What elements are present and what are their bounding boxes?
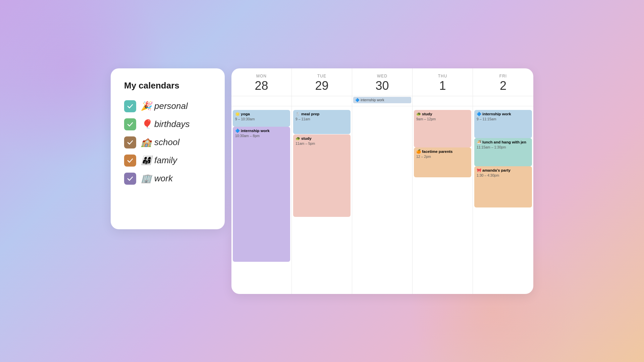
event-lunch-emoji: 🍜	[477, 140, 481, 144]
work-emoji: 🏢	[141, 173, 152, 184]
day-column-tue: 🍴 meal prep 9 – 11am 🐢 study 11am – 5pm	[292, 106, 352, 294]
birthdays-emoji: 🎈	[141, 119, 152, 129]
event-meal-prep[interactable]: 🍴 meal prep 9 – 11am	[293, 110, 351, 134]
event-study-tue-emoji: 🐢	[296, 136, 300, 141]
calendar-item-work[interactable]: 🏢 work	[124, 173, 211, 185]
checkbox-personal[interactable]	[124, 100, 136, 112]
event-lunch-jen[interactable]: 🍜 lunch and hang with jen 11:15am – 1:30…	[474, 138, 532, 166]
calendar-item-school[interactable]: 🏫 school	[124, 136, 211, 148]
allday-cell-thu	[413, 96, 473, 106]
day-header-tue: TUE 29	[292, 68, 352, 96]
calendar-item-personal[interactable]: 🎉 personal	[124, 100, 211, 112]
event-facetime[interactable]: 🍊 facetime parents 12 – 2pm	[414, 147, 471, 178]
calendar-label-work: 🏢 work	[141, 173, 173, 184]
event-study-thu-emoji: 🐢	[416, 112, 421, 116]
day-header-mon: MON 28	[231, 68, 292, 96]
calendar-header: MON 28 TUE 29 WED 30 THU 1 FRI 2	[231, 68, 533, 96]
day-header-wed: WED 30	[352, 68, 413, 96]
checkbox-family[interactable]	[124, 155, 136, 167]
checkbox-work[interactable]	[124, 173, 136, 185]
day-header-fri: FRI 2	[473, 68, 533, 96]
event-study-tue[interactable]: 🐢 study 11am – 5pm	[293, 134, 351, 217]
event-party-emoji: 🎀	[477, 168, 481, 173]
checkbox-school[interactable]	[124, 136, 136, 148]
calendar-item-birthdays[interactable]: 🎈 birthdays	[124, 118, 211, 130]
allday-cell-fri	[473, 96, 533, 106]
allday-event-internship[interactable]: 🔷 internship work	[353, 97, 411, 103]
event-study-thu[interactable]: 🐢 study 9am – 12pm	[414, 110, 471, 147]
calendar-label-family: 👨‍👩‍👧 family	[141, 155, 177, 166]
sidebar-title: My calendars	[124, 80, 211, 91]
event-yoga-emoji: 🌟	[235, 112, 240, 116]
day-column-fri: 🔷 internship work 9 – 11:15am 🍜 lunch an…	[473, 106, 533, 294]
personal-emoji: 🎉	[141, 101, 152, 111]
calendar-label-school: 🏫 school	[141, 137, 179, 147]
school-emoji: 🏫	[141, 137, 152, 147]
allday-event-emoji: 🔷	[355, 98, 360, 102]
day-column-wed	[352, 106, 413, 294]
day-column-thu: 🐢 study 9am – 12pm 🍊 facetime parents 12…	[413, 106, 473, 294]
sidebar: My calendars 🎉 personal 🎈 birthda	[111, 68, 225, 229]
event-amandas-party[interactable]: 🎀 amanda's party 1:30 – 4:30pm	[474, 166, 532, 207]
calendar-list: 🎉 personal 🎈 birthdays	[124, 100, 211, 185]
app-layout: My calendars 🎉 personal 🎈 birthda	[111, 68, 533, 294]
event-meal-prep-emoji: 🍴	[296, 112, 300, 116]
event-internship-mon[interactable]: 🔷 internship work 10:30am – 8pm	[233, 127, 290, 262]
event-internship-mon-emoji: 🔷	[235, 128, 240, 133]
allday-cell-wed: 🔷 internship work	[352, 96, 413, 106]
event-yoga[interactable]: 🌟 yoga 9 – 10:30am	[233, 110, 290, 127]
calendar-panel: MON 28 TUE 29 WED 30 THU 1 FRI 2	[231, 68, 533, 294]
allday-row: 🔷 internship work	[231, 96, 533, 106]
calendar-label-birthdays: 🎈 birthdays	[141, 119, 190, 129]
day-header-thu: THU 1	[413, 68, 473, 96]
calendar-body: 🌟 yoga 9 – 10:30am 🔷 internship work 10:…	[231, 106, 533, 294]
allday-cell-mon	[231, 96, 292, 106]
allday-event-label: internship work	[361, 98, 384, 102]
event-internship-fri-emoji: 🔷	[477, 112, 481, 116]
allday-cell-tue	[292, 96, 352, 106]
family-emoji: 👨‍👩‍👧	[141, 155, 152, 166]
day-column-mon: 🌟 yoga 9 – 10:30am 🔷 internship work 10:…	[231, 106, 292, 294]
checkbox-birthdays[interactable]	[124, 118, 136, 130]
event-facetime-emoji: 🍊	[416, 149, 421, 154]
event-internship-fri[interactable]: 🔷 internship work 9 – 11:15am	[474, 110, 532, 138]
calendar-label-personal: 🎉 personal	[141, 101, 188, 111]
calendar-item-family[interactable]: 👨‍👩‍👧 family	[124, 155, 211, 167]
